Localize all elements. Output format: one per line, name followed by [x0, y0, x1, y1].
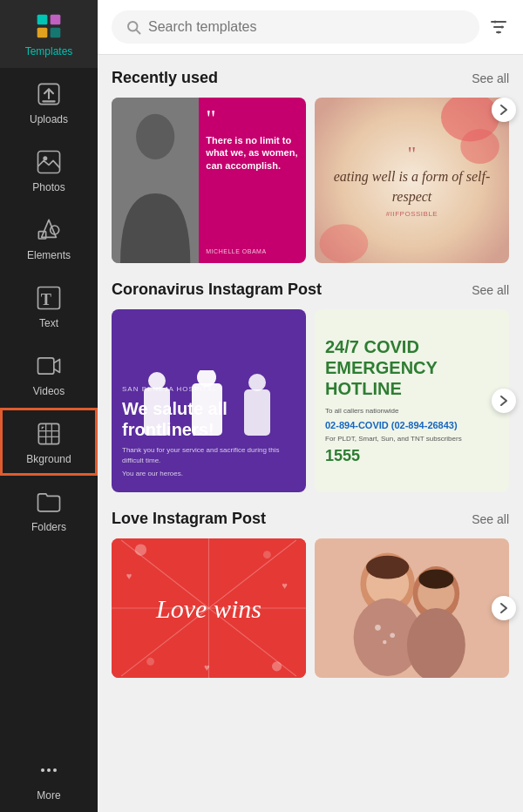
- svg-text:T: T: [41, 291, 51, 308]
- filter-button[interactable]: [488, 17, 509, 37]
- svg-line-19: [136, 30, 139, 33]
- sidebar-label-uploads: Uploads: [30, 113, 68, 125]
- recently-used-next-button[interactable]: [492, 98, 516, 122]
- svg-point-62: [418, 569, 453, 588]
- covid-hotline-number: 02-894-COVID (02-894-26843): [325, 420, 499, 430]
- svg-rect-1: [51, 15, 61, 25]
- search-input-wrap[interactable]: [112, 10, 479, 44]
- folders-icon: [33, 486, 65, 518]
- card-covid-frontliners[interactable]: SAN BENEJA HOSPITAL We salute all frontl…: [112, 309, 306, 492]
- coronavirus-cards: SAN BENEJA HOSPITAL We salute all frontl…: [112, 309, 509, 492]
- text-icon: T: [33, 282, 65, 314]
- quote-mark: ": [206, 106, 299, 131]
- main-content: Recently used See all: [98, 0, 523, 812]
- uploads-icon: [33, 78, 65, 110]
- sidebar-label-folders: Folders: [31, 521, 66, 533]
- sidebar-item-photos[interactable]: Photos: [0, 136, 98, 204]
- sidebar-item-elements[interactable]: Elements: [0, 204, 98, 272]
- recently-used-title: Recently used: [112, 69, 218, 87]
- sidebar-item-templates[interactable]: Templates: [0, 0, 98, 68]
- covid-sub2: You are our heroes.: [122, 469, 295, 478]
- covid-hospital: SAN BENEJA HOSPITAL: [122, 385, 295, 393]
- recently-used-see-all[interactable]: See all: [472, 71, 509, 85]
- search-icon: [126, 19, 141, 35]
- love-cards: ♥ ♥ ♥ Love wins: [112, 538, 509, 678]
- svg-text:♥: ♥: [126, 571, 132, 581]
- svg-point-23: [494, 21, 497, 24]
- covid-hotline-headline: 24/7 COVID EMERGENCY HOTLINE: [325, 336, 499, 399]
- sidebar-item-text[interactable]: T Text: [0, 272, 98, 340]
- food-quote-text: eating well is a form of self-respect: [329, 167, 495, 206]
- svg-rect-12: [38, 358, 54, 374]
- sidebar-label-more: More: [37, 789, 60, 802]
- svg-point-25: [498, 31, 500, 34]
- coronavirus-next-button[interactable]: [492, 389, 516, 413]
- quote-text: There is no limit to what we, as women, …: [206, 134, 299, 245]
- content-area: Recently used See all: [98, 55, 523, 709]
- food-quote-mark: ": [408, 143, 417, 164]
- videos-icon: [33, 350, 65, 382]
- templates-icon: [33, 10, 65, 42]
- covid-headline: We salute all frontliners!: [122, 398, 295, 440]
- svg-point-48: [135, 544, 146, 555]
- card-food-quote[interactable]: " eating well is a form of self-respect …: [315, 98, 509, 263]
- covid-hotline-sub2: For PLDT, Smart, Sun, and TNT subscriber…: [325, 434, 499, 443]
- card-love-wins[interactable]: ♥ ♥ ♥ Love wins: [112, 538, 306, 678]
- svg-point-61: [366, 556, 409, 579]
- svg-rect-3: [51, 28, 61, 38]
- svg-rect-2: [37, 28, 48, 38]
- card-quote-bw[interactable]: " There is no limit to what we, as women…: [112, 98, 306, 263]
- svg-text:♥: ♥: [282, 580, 288, 591]
- sidebar-label-photos: Photos: [32, 181, 65, 193]
- svg-point-65: [375, 625, 381, 631]
- recently-used-cards: " There is no limit to what we, as women…: [112, 98, 509, 263]
- covid-sub1: Thank you for your service and sacrifice…: [122, 445, 295, 464]
- coronavirus-title: Coronavirus Instagram Post: [112, 281, 322, 299]
- sidebar-item-more[interactable]: More: [0, 744, 98, 812]
- svg-point-67: [383, 640, 386, 644]
- photos-icon: [33, 146, 65, 178]
- love-wins-text: Love wins: [156, 594, 262, 623]
- svg-rect-0: [37, 15, 48, 25]
- covid-hotline-sub1: To all callers nationwide: [325, 406, 499, 416]
- svg-point-50: [263, 551, 271, 558]
- card-covid-hotline[interactable]: 24/7 COVID EMERGENCY HOTLINE To all call…: [315, 309, 509, 492]
- svg-text:♥: ♥: [204, 662, 210, 673]
- sidebar-label-elements: Elements: [27, 249, 71, 261]
- sidebar-label-background: Bkground: [26, 453, 71, 465]
- svg-point-24: [501, 26, 504, 29]
- love-next-button[interactable]: [492, 596, 516, 620]
- section-header-coronavirus: Coronavirus Instagram Post See all: [112, 281, 509, 299]
- svg-point-66: [390, 633, 395, 638]
- elements-icon: [33, 214, 65, 246]
- card-love-photo[interactable]: [315, 538, 509, 678]
- love-see-all[interactable]: See all: [472, 512, 509, 526]
- search-bar: [98, 0, 523, 55]
- sidebar-item-uploads[interactable]: Uploads: [0, 68, 98, 136]
- covid-hotline-number2: 1555: [325, 447, 499, 465]
- background-icon: [33, 418, 65, 450]
- quote-author: MICHELLE OBAMA: [206, 248, 299, 254]
- love-text: Love wins: [156, 594, 262, 623]
- section-love: Love Instagram Post See all: [112, 510, 509, 678]
- search-input[interactable]: [148, 19, 465, 35]
- card-bw-image: [112, 98, 199, 263]
- food-sub: #IIFPOSSIBLE: [386, 210, 438, 218]
- sidebar-label-videos: Videos: [33, 385, 65, 397]
- filter-icon: [488, 17, 509, 37]
- sidebar-label-templates: Templates: [25, 45, 73, 58]
- more-icon: [33, 754, 65, 786]
- svg-point-51: [146, 658, 154, 666]
- sidebar-item-folders[interactable]: Folders: [0, 476, 98, 544]
- sidebar: Templates Uploads Photos: [0, 0, 98, 812]
- svg-rect-28: [112, 98, 199, 263]
- sidebar-item-videos[interactable]: Videos: [0, 340, 98, 408]
- section-header-love: Love Instagram Post See all: [112, 510, 509, 528]
- svg-point-49: [272, 661, 282, 671]
- sidebar-label-text: Text: [39, 317, 58, 329]
- svg-rect-6: [38, 152, 60, 173]
- sidebar-item-background[interactable]: Bkground: [0, 408, 98, 476]
- section-coronavirus: Coronavirus Instagram Post See all: [112, 281, 509, 492]
- section-header-recently-used: Recently used See all: [112, 69, 509, 87]
- coronavirus-see-all[interactable]: See all: [472, 283, 509, 297]
